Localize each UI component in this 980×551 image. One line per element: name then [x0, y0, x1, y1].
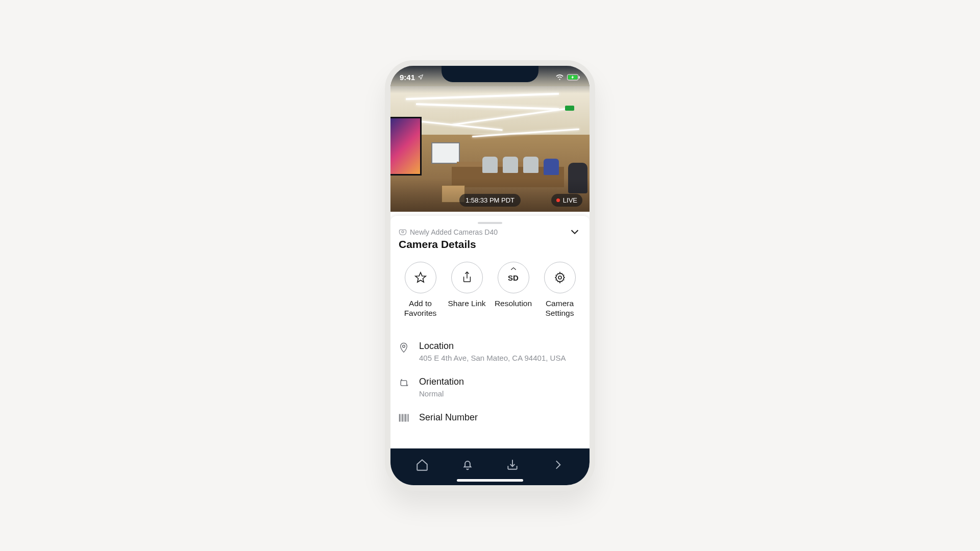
row-label: Location: [419, 341, 566, 352]
live-label: LIVE: [563, 196, 577, 204]
breadcrumb[interactable]: Newly Added Cameras D40: [399, 228, 581, 236]
svg-rect-12: [405, 414, 406, 421]
share-icon: [461, 271, 473, 284]
svg-marker-4: [415, 272, 426, 282]
chevron-right-icon: [551, 458, 565, 471]
quick-actions: Add to Favorites Share Link: [399, 262, 581, 318]
resolution-button[interactable]: SD Resolution: [492, 262, 535, 318]
tab-more[interactable]: [551, 458, 565, 471]
action-label: Camera Settings: [538, 298, 581, 318]
svg-rect-1: [579, 76, 580, 79]
action-label: Resolution: [495, 298, 532, 308]
tab-downloads[interactable]: [506, 458, 519, 471]
phone-frame: 9:41: [385, 60, 595, 491]
battery-charging-icon: [567, 74, 580, 81]
orientation-row[interactable]: Orientation Normal: [399, 369, 581, 405]
tab-alerts[interactable]: [461, 458, 474, 471]
row-label: Orientation: [419, 377, 464, 387]
svg-rect-8: [399, 414, 400, 421]
breadcrumb-text: Newly Added Cameras D40: [410, 228, 498, 236]
svg-point-3: [402, 231, 404, 233]
share-link-button[interactable]: Share Link: [445, 262, 488, 318]
svg-rect-11: [404, 414, 404, 421]
camera-icon: [399, 229, 407, 236]
row-label: Serial Number: [419, 412, 478, 423]
barcode-icon: [399, 413, 409, 422]
tab-bar: [390, 448, 590, 485]
feed-timestamp: 1:58:33 PM PDT: [459, 194, 521, 207]
svg-point-5: [558, 276, 561, 279]
home-icon: [415, 458, 429, 471]
status-time: 9:41: [400, 73, 415, 82]
row-value: 405 E 4th Ave, San Mateo, CA 94401, USA: [419, 354, 566, 362]
chevron-down-icon: [569, 226, 580, 237]
download-icon: [506, 458, 519, 471]
svg-point-6: [403, 345, 405, 347]
home-indicator: [457, 479, 523, 482]
details-sheet: Newly Added Cameras D40 Camera Details A…: [390, 216, 590, 448]
timeline-scrubber[interactable]: [390, 212, 590, 214]
star-icon: [414, 271, 427, 284]
action-label: Share Link: [448, 298, 485, 308]
tab-home[interactable]: [415, 458, 429, 471]
wifi-icon: [555, 74, 564, 81]
location-row[interactable]: Location 405 E 4th Ave, San Mateo, CA 94…: [399, 334, 581, 369]
resolution-value: SD: [508, 273, 519, 282]
svg-rect-10: [402, 414, 403, 421]
sheet-grabber[interactable]: [478, 222, 502, 224]
caret-up-icon: [510, 266, 517, 271]
live-badge: LIVE: [551, 194, 582, 207]
gear-icon: [554, 271, 566, 284]
collapse-sheet-button[interactable]: [569, 226, 580, 237]
action-label: Add to Favorites: [399, 298, 442, 318]
svg-rect-14: [408, 414, 408, 421]
bell-icon: [461, 458, 474, 471]
svg-rect-13: [407, 414, 407, 421]
svg-rect-9: [401, 414, 401, 421]
location-arrow-icon: [418, 74, 424, 80]
add-to-favorites-button[interactable]: Add to Favorites: [399, 262, 442, 318]
svg-rect-7: [401, 381, 407, 386]
serial-row[interactable]: Serial Number: [399, 405, 581, 430]
rotate-icon: [399, 378, 409, 388]
camera-settings-button[interactable]: Camera Settings: [538, 262, 581, 318]
row-value: Normal: [419, 389, 464, 398]
device-notch: [442, 65, 538, 82]
pin-icon: [399, 342, 409, 353]
detail-rows: Location 405 E 4th Ave, San Mateo, CA 94…: [399, 334, 581, 430]
live-dot-icon: [556, 198, 560, 202]
page-title: Camera Details: [399, 238, 581, 251]
